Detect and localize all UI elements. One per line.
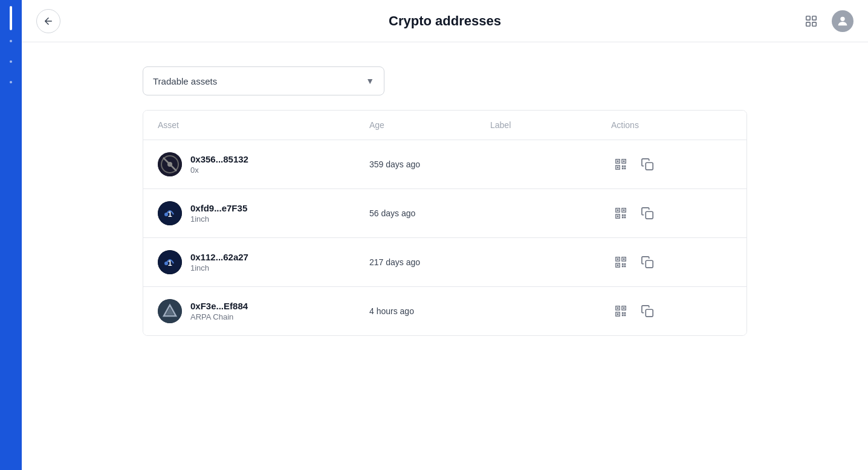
svg-point-4: [840, 16, 844, 21]
svg-rect-44: [624, 263, 626, 265]
asset-address-1: 0x356...85132: [190, 154, 248, 164]
svg-rect-14: [617, 167, 619, 169]
asset-address-2: 0xfd9...e7F35: [190, 203, 247, 213]
qr-code-button-3[interactable]: [611, 253, 630, 272]
asset-info-2: 0xfd9...e7F35 1inch: [190, 203, 247, 224]
svg-rect-54: [617, 307, 619, 309]
sidebar: [0, 0, 22, 470]
svg-rect-58: [624, 312, 626, 314]
copy-button-4[interactable]: [638, 301, 657, 321]
asset-icon-2: 1: [158, 201, 182, 225]
svg-rect-27: [623, 210, 625, 211]
actions-cell-3: [611, 253, 732, 272]
copy-button-1[interactable]: [638, 155, 657, 174]
col-header-age: Age: [369, 120, 490, 130]
grid-icon[interactable]: [800, 10, 822, 32]
asset-address-3: 0x112...62a27: [190, 252, 248, 262]
svg-rect-2: [806, 22, 810, 25]
age-cell-4: 4 hours ago: [369, 306, 490, 316]
svg-rect-42: [617, 265, 619, 266]
actions-cell-1: [611, 155, 732, 174]
svg-rect-47: [646, 260, 653, 268]
actions-cell-2: [611, 204, 732, 223]
copy-button-2[interactable]: [638, 204, 657, 223]
svg-rect-26: [617, 210, 619, 211]
sidebar-dot-3: [10, 81, 12, 83]
svg-rect-43: [622, 263, 624, 265]
svg-rect-3: [812, 22, 816, 25]
col-header-asset: Asset: [158, 120, 369, 130]
svg-rect-29: [622, 214, 624, 216]
age-cell-2: 56 days ago: [369, 208, 490, 218]
svg-rect-31: [622, 217, 624, 219]
asset-subtitle-3: 1inch: [190, 263, 248, 272]
svg-point-36: [164, 262, 168, 265]
svg-rect-16: [624, 166, 626, 167]
asset-info-3: 0x112...62a27 1inch: [190, 252, 248, 272]
col-header-actions: Actions: [611, 120, 732, 130]
qr-code-button-1[interactable]: [611, 155, 630, 174]
asset-cell-3: 1 0x112...62a27 1inch: [158, 250, 369, 274]
svg-rect-57: [622, 312, 624, 314]
table-header: Asset Age Label Actions: [143, 111, 747, 140]
asset-cell-1: 0x356...85132 0x: [158, 152, 369, 176]
header-right: [800, 10, 853, 32]
asset-address-4: 0xF3e...Ef884: [190, 301, 248, 311]
addresses-table: Asset Age Label Actions 0x356...85132: [143, 110, 747, 336]
asset-info-4: 0xF3e...Ef884 ARPA Chain: [190, 301, 248, 321]
svg-rect-17: [622, 168, 624, 170]
svg-rect-41: [623, 259, 625, 260]
qr-code-button-2[interactable]: [611, 204, 630, 223]
svg-rect-18: [624, 168, 626, 170]
asset-icon-4: [158, 299, 182, 323]
asset-subtitle-4: ARPA Chain: [190, 312, 248, 321]
table-row: 1 0x112...62a27 1inch 217 days ago: [143, 238, 747, 287]
age-cell-1: 359 days ago: [369, 159, 490, 169]
asset-cell-2: 1 0xfd9...e7F35 1inch: [158, 201, 369, 225]
svg-rect-32: [624, 217, 626, 219]
asset-subtitle-1: 0x: [190, 166, 248, 175]
svg-rect-61: [646, 309, 653, 317]
svg-rect-46: [624, 266, 626, 268]
svg-point-8: [167, 162, 172, 167]
svg-rect-59: [622, 315, 624, 317]
copy-button-3[interactable]: [638, 253, 657, 272]
asset-icon-3: 1: [158, 250, 182, 274]
svg-rect-40: [617, 259, 619, 260]
asset-subtitle-2: 1inch: [190, 214, 247, 224]
asset-filter-dropdown[interactable]: Tradable assets ▼: [143, 66, 384, 95]
svg-rect-15: [622, 166, 624, 167]
svg-rect-45: [622, 266, 624, 268]
filter-dropdown-label: Tradable assets: [153, 76, 217, 86]
table-row: 0xF3e...Ef884 ARPA Chain 4 hours ago: [143, 287, 747, 335]
svg-rect-19: [646, 163, 653, 170]
main-content: Tradable assets ▼ Asset Age Label Action…: [22, 42, 868, 470]
header-left: [36, 9, 60, 33]
svg-rect-0: [806, 16, 810, 19]
filter-section: Tradable assets ▼: [143, 66, 747, 95]
svg-rect-30: [624, 214, 626, 216]
qr-code-button-4[interactable]: [611, 301, 630, 321]
sidebar-dot-2: [10, 60, 12, 63]
svg-rect-56: [617, 314, 619, 315]
avatar[interactable]: [832, 10, 853, 32]
svg-rect-1: [812, 16, 816, 19]
svg-rect-33: [646, 211, 653, 219]
chevron-down-icon: ▼: [366, 76, 374, 86]
asset-cell-4: 0xF3e...Ef884 ARPA Chain: [158, 299, 369, 323]
table-row: 1 0xfd9...e7F35 1inch 56 days ago: [143, 189, 747, 238]
asset-icon-1: [158, 152, 182, 176]
svg-point-22: [164, 213, 168, 216]
svg-rect-28: [617, 216, 619, 217]
actions-cell-4: [611, 301, 732, 321]
col-header-label: Label: [490, 120, 611, 130]
back-button[interactable]: [36, 9, 60, 33]
svg-rect-13: [623, 161, 625, 163]
table-row: 0x356...85132 0x 359 days ago: [143, 140, 747, 189]
asset-info-1: 0x356...85132 0x: [190, 154, 248, 175]
page-title: Crypto addresses: [389, 13, 501, 29]
age-cell-3: 217 days ago: [369, 257, 490, 267]
svg-rect-55: [623, 307, 625, 309]
sidebar-dot-1: [10, 40, 12, 42]
svg-rect-12: [617, 161, 619, 163]
